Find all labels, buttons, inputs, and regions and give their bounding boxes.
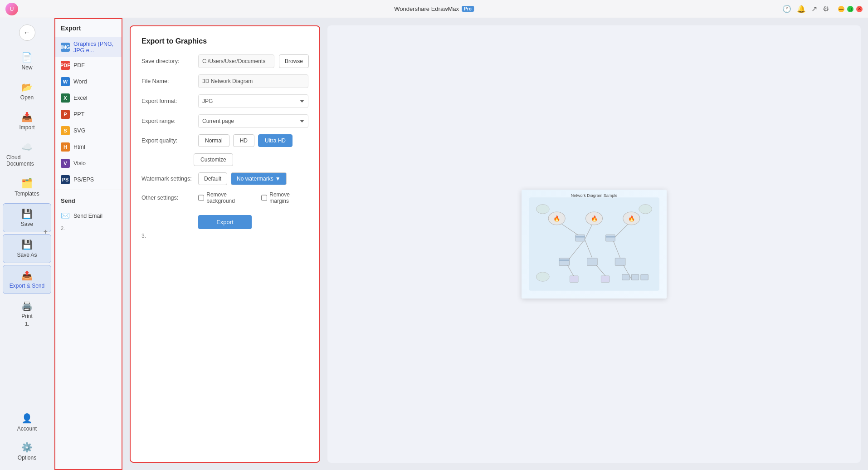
svg-text:🔥: 🔥 bbox=[591, 215, 598, 222]
templates-icon: 🗂️ bbox=[21, 178, 33, 189]
sidebar-item-account[interactable]: 👤 Account bbox=[3, 408, 51, 436]
svg-type-icon: S bbox=[61, 126, 70, 135]
print-icon: 🖨️ bbox=[21, 300, 33, 311]
ppt-type-icon: P bbox=[61, 110, 70, 119]
remove-background-checkbox-item[interactable]: Remove background bbox=[198, 191, 254, 204]
watermark-none-label: No watermarks bbox=[237, 176, 273, 182]
sidebar-item-saveas[interactable]: 💾 Save As bbox=[3, 234, 51, 263]
svg-rect-16 bbox=[575, 235, 585, 241]
save-icon: 💾 bbox=[21, 208, 33, 219]
graphics-type-icon: IMG bbox=[61, 43, 70, 52]
watermark-dropdown-icon: ▼ bbox=[275, 176, 281, 182]
account-icon: 👤 bbox=[21, 413, 33, 424]
remove-background-label: Remove background bbox=[206, 191, 254, 204]
quality-group: Normal HD Ultra HD bbox=[198, 134, 293, 147]
pdf-type-icon: PDF bbox=[61, 61, 70, 70]
sidebar-item-new[interactable]: 📄 New + bbox=[3, 47, 51, 75]
export-type-ppt[interactable]: P PPT bbox=[55, 106, 122, 122]
svg-point-24 bbox=[536, 272, 549, 282]
ps-type-icon: PS bbox=[61, 175, 70, 184]
export-type-visio[interactable]: V Visio bbox=[55, 155, 122, 171]
sidebar-item-save-label: Save bbox=[21, 221, 33, 227]
export-type-graphics[interactable]: IMG Graphics (PNG, JPG e... bbox=[55, 37, 122, 57]
sidebar-bottom: 👤 Account ⚙️ Options bbox=[0, 407, 54, 466]
export-type-svg-label: SVG bbox=[73, 127, 85, 134]
remove-margins-checkbox[interactable] bbox=[261, 195, 267, 201]
settings-icon[interactable]: ⚙ bbox=[823, 5, 829, 13]
svg-rect-17 bbox=[575, 236, 585, 238]
export-format-select[interactable]: JPG PNG BMP SVG bbox=[198, 94, 308, 108]
checkbox-group: Remove background Remove margins bbox=[198, 191, 308, 204]
svg-rect-29 bbox=[641, 274, 648, 280]
export-type-ppt-label: PPT bbox=[73, 111, 84, 118]
cloud-icon: ☁️ bbox=[21, 142, 33, 152]
watermark-label: Watermark settings: bbox=[141, 176, 194, 182]
watermark-group: Default No watermarks ▼ bbox=[198, 172, 287, 185]
minimize-button[interactable]: — bbox=[838, 6, 844, 12]
sidebar-item-print[interactable]: 🖨️ Print 1. bbox=[3, 296, 51, 331]
file-name-label: File Name: bbox=[141, 78, 194, 84]
svg-rect-18 bbox=[606, 235, 615, 241]
preview-diagram: Network Diagram Sample bbox=[522, 190, 667, 299]
save-directory-input[interactable] bbox=[198, 54, 274, 68]
file-name-input[interactable] bbox=[198, 74, 308, 88]
avatar[interactable]: U bbox=[5, 3, 18, 15]
export-type-ps[interactable]: PS PS/EPS bbox=[55, 171, 122, 188]
watermark-none-button[interactable]: No watermarks ▼ bbox=[231, 172, 287, 185]
svg-rect-28 bbox=[631, 274, 639, 280]
sidebar-item-import-label: Import bbox=[19, 124, 34, 131]
export-format-row: Export format: JPG PNG BMP SVG bbox=[141, 94, 308, 108]
maximize-button[interactable]: □ bbox=[847, 6, 853, 12]
export-button[interactable]: Export bbox=[198, 215, 252, 229]
browse-button[interactable]: Browse bbox=[279, 54, 309, 68]
excel-type-icon: X bbox=[61, 93, 70, 103]
left-sidebar: ← 📄 New + 📂 Open 📥 Import ☁️ Cloud Docum… bbox=[0, 18, 54, 470]
export-type-word[interactable]: W Word bbox=[55, 73, 122, 90]
sidebar-item-print-label: Print bbox=[21, 313, 33, 319]
preview-inner: Network Diagram Sample bbox=[522, 190, 667, 299]
export-type-pdf[interactable]: PDF PDF bbox=[55, 57, 122, 73]
sidebar-item-export[interactable]: 📤 Export & Send bbox=[3, 265, 51, 294]
send-section-title: Send bbox=[55, 192, 122, 208]
export-type-excel[interactable]: X Excel bbox=[55, 90, 122, 106]
quality-normal-button[interactable]: Normal bbox=[198, 134, 229, 147]
clock-icon[interactable]: 🕐 bbox=[782, 5, 791, 13]
export-type-html[interactable]: H Html bbox=[55, 139, 122, 155]
import-icon: 📥 bbox=[21, 112, 33, 122]
back-button[interactable]: ← bbox=[19, 24, 35, 41]
html-type-icon: H bbox=[61, 142, 70, 152]
export-quality-row: Export quality: Normal HD Ultra HD bbox=[141, 134, 308, 147]
remove-margins-checkbox-item[interactable]: Remove margins bbox=[261, 191, 308, 204]
watermark-default-button[interactable]: Default bbox=[198, 172, 227, 185]
notification-icon[interactable]: 🔔 bbox=[797, 5, 806, 13]
content-area: Export to Graphics Save directory: Brows… bbox=[122, 18, 868, 470]
sidebar-item-open[interactable]: 📂 Open bbox=[3, 77, 51, 105]
remove-background-checkbox[interactable] bbox=[198, 195, 204, 201]
customize-button[interactable]: Customize bbox=[194, 153, 233, 166]
export-type-graphics-label: Graphics (PNG, JPG e... bbox=[73, 41, 116, 54]
close-button[interactable]: ✕ bbox=[856, 6, 863, 12]
sidebar-item-import[interactable]: 📥 Import bbox=[3, 107, 51, 135]
save-directory-row: Save directory: Browse bbox=[141, 54, 308, 68]
sidebar-item-cloud-label: Cloud Documents bbox=[6, 154, 48, 167]
sidebar-item-open-label: Open bbox=[20, 94, 34, 101]
export-type-svg[interactable]: S SVG bbox=[55, 122, 122, 139]
share-icon[interactable]: ↗ bbox=[811, 5, 817, 13]
open-icon: 📂 bbox=[21, 82, 33, 93]
sidebar-item-saveas-label: Save As bbox=[17, 252, 37, 258]
svg-point-31 bbox=[639, 205, 652, 214]
other-settings-label: Other settings: bbox=[141, 195, 194, 201]
quality-ultrahd-button[interactable]: Ultra HD bbox=[258, 134, 293, 147]
sidebar-item-templates-label: Templates bbox=[15, 191, 39, 197]
sidebar-item-templates[interactable]: 🗂️ Templates bbox=[3, 173, 51, 201]
quality-hd-button[interactable]: HD bbox=[233, 134, 254, 147]
export-range-select[interactable]: Current page All pages Selected objects bbox=[198, 114, 308, 128]
sidebar-item-options[interactable]: ⚙️ Options bbox=[3, 437, 51, 465]
new-icon: 📄 bbox=[21, 52, 33, 63]
svg-point-30 bbox=[536, 205, 549, 214]
sidebar-item-cloud[interactable]: ☁️ Cloud Documents bbox=[3, 137, 51, 171]
export-type-email[interactable]: ✉️ Send Email bbox=[55, 208, 122, 224]
export-range-row: Export range: Current page All pages Sel… bbox=[141, 114, 308, 128]
export-type-excel-label: Excel bbox=[73, 95, 88, 101]
export-type-ps-label: PS/EPS bbox=[73, 176, 94, 183]
